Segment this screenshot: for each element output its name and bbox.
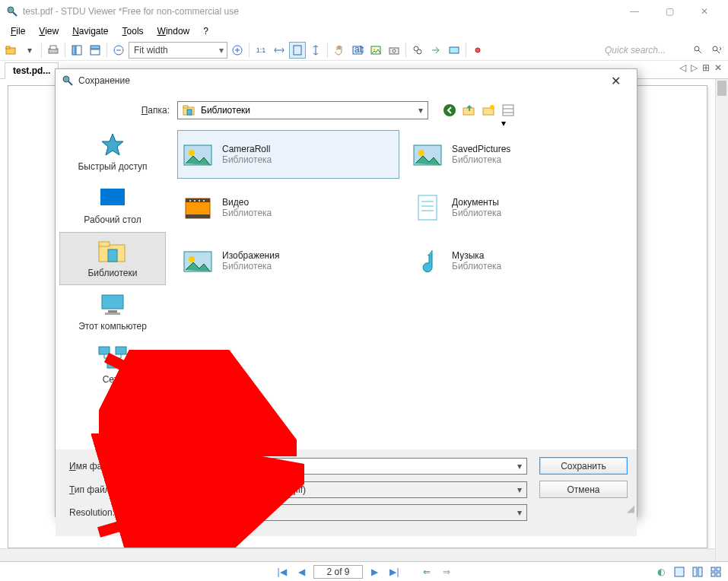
open-icon[interactable] (3, 42, 20, 59)
resize-grip-icon[interactable]: ◢ (627, 503, 634, 514)
horizontal-scrollbar[interactable] (0, 548, 715, 561)
file-name: Музыка (452, 250, 501, 261)
panel2-icon[interactable] (87, 42, 103, 59)
snapshot-icon[interactable] (386, 42, 402, 59)
network-icon (96, 344, 129, 371)
sidebar-item-libraries[interactable]: Библиотеки (59, 232, 166, 285)
open-dropdown-icon[interactable]: ▾ (21, 42, 38, 59)
file-item[interactable]: ДокументыБиблиотека (407, 183, 629, 232)
nav-back-icon[interactable] (442, 103, 457, 118)
new-folder-icon[interactable] (482, 103, 497, 118)
print-icon[interactable] (45, 42, 62, 59)
tab-prev-icon[interactable]: ◁ (679, 62, 686, 73)
search-prev-icon[interactable] (690, 42, 707, 59)
svg-line-38 (68, 81, 72, 85)
svg-line-29 (717, 50, 720, 53)
file-item[interactable]: CameraRollБиблиотека (177, 130, 399, 179)
file-item[interactable]: МузыкаБиблиотека (407, 237, 629, 285)
search-next-icon[interactable] (708, 42, 725, 59)
svg-rect-70 (418, 195, 437, 220)
layout3-icon[interactable] (708, 564, 723, 579)
svg-point-66 (189, 200, 191, 202)
sidebar-label: Рабочий стол (60, 214, 165, 225)
resolution-select[interactable]: 300 DPI (164, 504, 527, 521)
file-list[interactable]: CameraRollБиблиотека SavedPicturesБиблио… (170, 122, 637, 449)
first-page-icon[interactable]: |◀ (274, 564, 289, 579)
forward-icon[interactable]: ⇒ (439, 564, 454, 579)
view-menu-icon[interactable]: ▾ (501, 103, 517, 118)
menu-help[interactable]: ? (197, 24, 215, 38)
hand-icon[interactable] (331, 42, 348, 59)
menu-file[interactable]: File (5, 24, 31, 38)
layout1-icon[interactable] (672, 564, 687, 579)
sidebar-label: Быстрый доступ (60, 161, 165, 172)
sidebar-label: Библиотеки (60, 268, 165, 278)
layout2-icon[interactable] (690, 564, 705, 579)
sidebar-item-network[interactable]: Сеть (59, 338, 166, 392)
tab-close-icon[interactable]: ✕ (714, 62, 722, 73)
fit-11-icon[interactable]: 1:1 (253, 42, 269, 59)
svg-point-19 (374, 48, 376, 50)
close-button[interactable]: ✕ (687, 0, 722, 23)
filename-input[interactable]: test_002 (164, 458, 527, 475)
cancel-button[interactable]: Отмена (539, 481, 628, 498)
menu-window[interactable]: Window (151, 24, 196, 38)
folder-combo[interactable]: Библиотеки (177, 101, 428, 119)
svg-line-1 (13, 12, 17, 16)
quick-search[interactable]: Quick search... (600, 43, 688, 57)
find-next-icon[interactable] (428, 42, 444, 59)
svg-rect-34 (717, 567, 720, 571)
save-button[interactable]: Сохранить (539, 457, 628, 475)
file-item[interactable]: SavedPicturesБиблиотека (407, 130, 629, 179)
next-page-icon[interactable]: ▶ (367, 564, 383, 579)
fit-width-icon[interactable] (271, 42, 288, 59)
file-item[interactable]: ВидеоБиблиотека (177, 183, 399, 232)
brightness-icon[interactable]: ◐ (653, 564, 669, 579)
settings-icon[interactable] (469, 42, 486, 59)
svg-rect-54 (108, 310, 117, 313)
panel1-icon[interactable] (68, 42, 85, 59)
svg-point-68 (199, 200, 200, 202)
svg-rect-55 (105, 313, 120, 315)
last-page-icon[interactable]: ▶| (387, 564, 402, 579)
tab-next-icon[interactable]: ▷ (691, 62, 698, 73)
sidebar-item-computer[interactable]: Этот компьютер (59, 285, 166, 338)
svg-point-37 (63, 76, 69, 82)
filetype-value: JPEG Files (*.jpg;*.jpeg;*.jpe;*.jfif) (169, 484, 306, 495)
file-sub: Библиотека (222, 208, 272, 218)
svg-rect-41 (187, 110, 192, 115)
select-text-icon[interactable]: ab (349, 42, 366, 59)
select-image-icon[interactable] (367, 42, 384, 59)
file-item[interactable]: ИзображенияБиблиотека (177, 237, 399, 285)
prev-page-icon[interactable]: ◀ (294, 564, 309, 579)
fit-page-icon[interactable] (289, 42, 306, 59)
menu-tools[interactable]: Tools (116, 24, 150, 38)
zoom-in-icon[interactable] (229, 42, 246, 59)
maximize-button[interactable]: ▢ (652, 0, 687, 23)
page-indicator[interactable]: 2 of 9 (313, 565, 362, 579)
sidebar-item-quickaccess[interactable]: Быстрый доступ (59, 125, 166, 179)
back-icon[interactable]: ⇐ (419, 564, 434, 579)
zoom-out-icon[interactable] (110, 42, 127, 59)
vertical-scrollbar[interactable] (715, 79, 728, 561)
menu-view[interactable]: View (33, 24, 65, 38)
find-icon[interactable] (409, 42, 426, 59)
menu-navigate[interactable]: Navigate (66, 24, 114, 38)
svg-line-27 (698, 50, 701, 53)
quickaccess-icon (96, 131, 129, 158)
zoom-select[interactable]: Fit width (129, 42, 227, 59)
pictures-library-icon (181, 138, 215, 171)
up-folder-icon[interactable] (462, 103, 477, 118)
tab-grid-icon[interactable]: ⊞ (702, 62, 710, 73)
svg-rect-65 (186, 214, 210, 218)
file-sub: Библиотека (222, 154, 272, 165)
filetype-select[interactable]: JPEG Files (*.jpg;*.jpeg;*.jpe;*.jfif) (164, 481, 527, 498)
fit-height-icon[interactable] (307, 42, 324, 59)
minimize-button[interactable]: — (617, 0, 652, 23)
file-sub: Библиотека (222, 261, 279, 271)
svg-rect-49 (100, 189, 125, 205)
dialog-close-button[interactable]: ✕ (600, 70, 631, 91)
sidebar-item-desktop[interactable]: Рабочий стол (59, 179, 166, 232)
highlight-icon[interactable] (446, 42, 463, 59)
file-tab[interactable]: test.pd... (5, 62, 59, 79)
